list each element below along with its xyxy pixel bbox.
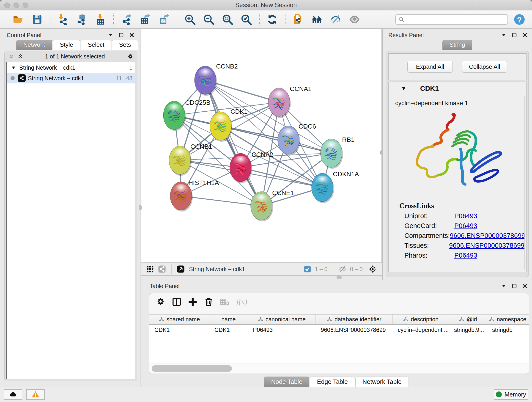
cloud-button[interactable] <box>4 389 22 400</box>
node-CCNB2[interactable] <box>195 66 217 96</box>
hidden-elements-icon[interactable] <box>338 264 347 274</box>
crosslink-link[interactable]: 9606.ENSP00000378699 <box>450 232 525 240</box>
birds-eye-view-icon[interactable] <box>368 264 377 274</box>
tab-select[interactable]: Select <box>81 40 111 50</box>
hide-selected-button[interactable] <box>329 13 342 26</box>
scrollbar-thumb[interactable] <box>152 365 232 372</box>
network-options-gear-icon[interactable] <box>127 53 133 60</box>
collapse-panel-icon[interactable] <box>501 283 507 289</box>
show-all-button[interactable] <box>348 13 361 26</box>
memory-button[interactable]: Memory <box>494 389 528 400</box>
detach-view-icon[interactable] <box>176 264 185 274</box>
zoom-selected-button[interactable] <box>240 13 253 26</box>
expand-all-networks-icon[interactable] <box>17 53 23 59</box>
show-columns-icon[interactable] <box>171 297 182 307</box>
collapse-all-networks-icon[interactable] <box>8 53 14 59</box>
add-column-icon[interactable] <box>187 297 198 307</box>
export-network-button[interactable] <box>120 13 133 26</box>
import-network-database-button[interactable] <box>75 13 88 26</box>
float-panel-icon[interactable] <box>512 283 517 289</box>
save-session-button[interactable] <box>31 13 44 26</box>
column-header-description[interactable]: description <box>393 314 449 324</box>
zoom-out-button[interactable] <box>202 13 215 26</box>
node-CDKN1A[interactable] <box>312 173 334 203</box>
table-row[interactable]: CDK1CDK1P064939606.ENSP00000378699cyclin… <box>149 325 529 335</box>
node-CCNA1[interactable] <box>268 88 291 118</box>
selected-nodes-checkbox-icon[interactable] <box>303 264 312 274</box>
edge-CCNB2-CCNE1[interactable] <box>205 80 261 206</box>
zoom-in-button[interactable] <box>184 13 196 26</box>
horizontal-splitter-handle[interactable] <box>336 276 342 279</box>
zoom-fit-button[interactable] <box>221 13 234 26</box>
table-cell[interactable]: cyclin–dependent ... <box>393 325 449 335</box>
edge-CDK1-RB1[interactable] <box>221 126 331 153</box>
collapse-all-button[interactable]: Collapse All <box>462 61 507 73</box>
node-CCNE1[interactable] <box>251 191 273 221</box>
collapse-panel-icon[interactable] <box>501 32 507 38</box>
table-cell[interactable]: CDK1 <box>209 325 248 335</box>
first-neighbors-button[interactable] <box>310 13 323 26</box>
node-CCNB1[interactable] <box>169 146 191 176</box>
crosslink-link[interactable]: P06493 <box>454 222 477 230</box>
table-cell[interactable]: stringdb <box>487 325 528 335</box>
tab-sets[interactable]: Sets <box>112 40 138 50</box>
table-cell[interactable]: CDK1 <box>149 325 209 335</box>
search-input[interactable] <box>406 16 505 23</box>
tree-expander-icon[interactable] <box>11 65 16 70</box>
table-horizontal-scrollbar[interactable] <box>149 364 529 373</box>
table-cell[interactable]: stringdb:9... <box>449 325 487 335</box>
tab-edge-table[interactable]: Edge Table <box>310 376 355 387</box>
export-image-button[interactable] <box>158 13 171 26</box>
warnings-button[interactable] <box>26 389 45 400</box>
gene-section-header[interactable]: ▼ CDK1 <box>389 82 526 95</box>
tab-network[interactable]: Network <box>16 40 52 50</box>
float-panel-icon[interactable] <box>512 32 517 38</box>
left-splitter-handle[interactable] <box>139 205 142 210</box>
float-panel-icon[interactable] <box>119 32 124 38</box>
column-header-canonical-name[interactable]: canonical name <box>248 314 316 324</box>
network-share-icon[interactable] <box>157 264 167 274</box>
tab-string[interactable]: String <box>443 40 472 50</box>
tab-style[interactable]: Style <box>53 40 80 50</box>
function-builder-icon[interactable]: f(x) <box>236 298 247 306</box>
crosslink-link[interactable]: P06493 <box>454 252 477 259</box>
network-row[interactable]: String Network – cdk1 11 48 <box>7 73 135 83</box>
close-panel-icon[interactable] <box>129 32 134 38</box>
node-CCNA2[interactable] <box>230 153 252 183</box>
open-session-button[interactable] <box>12 13 25 26</box>
delete-column-icon[interactable] <box>203 297 214 307</box>
edge-HIST1H1A-CCNE1[interactable] <box>181 196 261 206</box>
crosslink-link[interactable]: P06493 <box>454 212 477 220</box>
crosslink-link[interactable]: 9606.ENSP00000378699 <box>449 242 525 249</box>
import-table-button[interactable] <box>94 13 107 26</box>
node-CDK1[interactable] <box>210 112 232 142</box>
table-cell[interactable]: P06493 <box>248 325 316 335</box>
close-panel-icon[interactable] <box>522 32 528 38</box>
node-CDC6[interactable] <box>278 126 300 156</box>
tab-network-table[interactable]: Network Table <box>355 376 409 387</box>
delete-table-icon[interactable] <box>220 297 230 307</box>
node-RB1[interactable] <box>321 139 343 169</box>
network-collection-row[interactable]: String Network – cdk1 1 <box>7 62 135 73</box>
section-expander-icon[interactable]: ▼ <box>401 85 406 92</box>
import-network-file-button[interactable] <box>57 13 70 26</box>
search-field[interactable] <box>395 14 508 25</box>
tab-node-table[interactable]: Node Table <box>264 376 309 387</box>
column-header-namespace[interactable]: namespace <box>487 314 528 324</box>
column-header-database-identifier[interactable]: database identifier <box>316 314 393 324</box>
column-header-name[interactable]: name <box>209 314 248 324</box>
column-header-shared-name[interactable]: shared name <box>149 314 209 324</box>
close-panel-icon[interactable] <box>522 283 528 289</box>
copy-style-button[interactable] <box>292 13 304 26</box>
grid-mode-icon[interactable] <box>146 264 155 274</box>
network-graph[interactable]: CCNB2CCNA1CDC25BCDK1CDC6RB1CCNB1CCNA2CDK… <box>141 29 382 262</box>
table-options-gear-icon[interactable] <box>155 297 166 307</box>
help-button[interactable]: ? <box>513 13 525 26</box>
collapse-panel-icon[interactable] <box>108 32 114 38</box>
network-canvas[interactable]: CCNB2CCNA1CDC25BCDK1CDC6RB1CCNB1CCNA2CDK… <box>141 29 382 262</box>
column-header-@id[interactable]: @id <box>449 314 487 324</box>
table-cell[interactable]: 9606.ENSP00000378699 <box>316 325 393 335</box>
export-table-button[interactable] <box>139 13 152 26</box>
apply-layout-button[interactable] <box>266 13 279 26</box>
expand-all-button[interactable]: Expand All <box>407 61 453 73</box>
